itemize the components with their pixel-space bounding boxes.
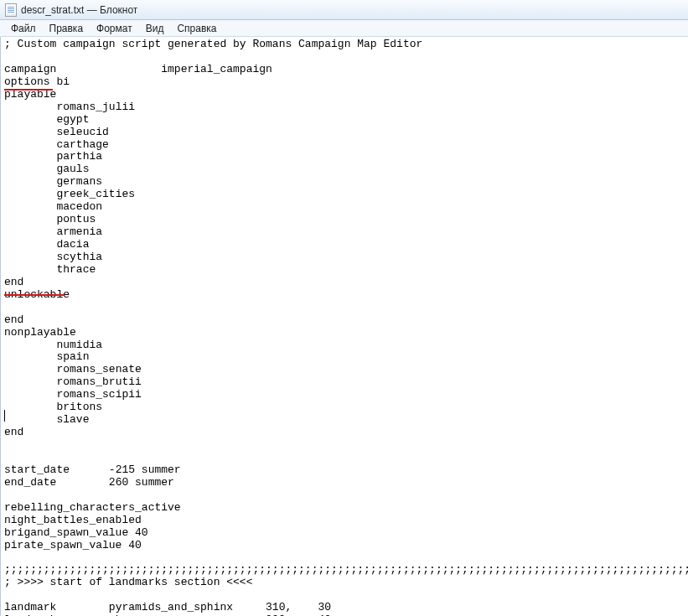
menu-help[interactable]: Справка <box>171 22 222 35</box>
text-cursor <box>4 410 5 422</box>
annotation-underline <box>4 89 53 91</box>
menu-edit[interactable]: Правка <box>44 22 90 35</box>
menu-file[interactable]: Файл <box>5 22 42 35</box>
notepad-icon <box>5 3 17 17</box>
window-title: descr_strat.txt — Блокнот <box>21 4 137 16</box>
document-text[interactable]: ; Custom campaign script generated by Ro… <box>4 39 685 616</box>
menu-view[interactable]: Вид <box>140 22 170 35</box>
title-bar: descr_strat.txt — Блокнот <box>0 0 688 20</box>
menu-format[interactable]: Формат <box>91 22 138 35</box>
text-editor-area[interactable]: ; Custom campaign script generated by Ro… <box>0 37 688 616</box>
annotation-underline <box>4 294 65 296</box>
menu-bar: Файл Правка Формат Вид Справка <box>0 20 688 37</box>
